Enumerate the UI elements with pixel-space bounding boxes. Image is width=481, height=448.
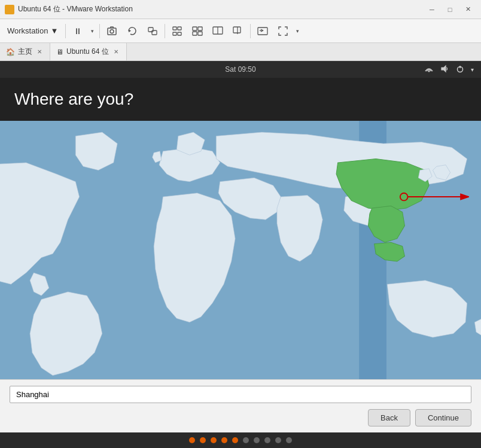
- fullscreen-dropdown[interactable]: ▾: [293, 22, 302, 40]
- console-button[interactable]: [253, 22, 272, 40]
- svg-rect-13: [198, 32, 202, 35]
- power-dropdown-arrow[interactable]: ▾: [471, 66, 474, 73]
- continue-button[interactable]: Continue: [415, 409, 471, 426]
- sound-icon: [440, 64, 449, 75]
- dropdown-arrow: ▼: [50, 26, 58, 35]
- unity-icon: [192, 26, 203, 36]
- close-button[interactable]: ✕: [459, 3, 476, 16]
- progress-dots: [0, 432, 481, 448]
- ubuntu-status-icons: ▾: [424, 64, 474, 75]
- world-map[interactable]: [0, 121, 481, 379]
- enter-fullscreen-button[interactable]: [273, 22, 293, 40]
- enter-fullscreen-icon: [278, 26, 288, 36]
- svg-marker-23: [442, 66, 446, 72]
- installer-buttons: Back Continue: [10, 409, 471, 426]
- dot-10: [286, 437, 292, 443]
- restore-icon: [127, 26, 138, 36]
- dot-9: [275, 437, 281, 443]
- title-bar-left: Ubuntu 64 位 - VMware Workstation: [5, 4, 133, 14]
- snapshot-manager-button[interactable]: [143, 22, 162, 40]
- system-time: Sat 09:50: [225, 65, 255, 74]
- installer-bottom: Back Continue: [0, 379, 481, 432]
- snapshot-manager-icon: [147, 26, 158, 36]
- tabs-bar: 🏠 主页 ✕ 🖥 Ubuntu 64 位 ✕: [0, 43, 481, 61]
- location-input[interactable]: [10, 386, 471, 403]
- installer: Where are you?: [0, 78, 481, 432]
- dot-1: [189, 437, 195, 443]
- dot-8: [264, 437, 270, 443]
- toolbar-separator-3: [165, 24, 165, 38]
- back-button[interactable]: Back: [368, 409, 410, 426]
- switch-view-button[interactable]: [208, 22, 227, 40]
- snapshot-icon: [106, 26, 117, 36]
- tab-home[interactable]: 🏠 主页 ✕: [0, 43, 50, 60]
- svg-rect-10: [193, 27, 197, 31]
- fullscreen-button[interactable]: [168, 22, 187, 40]
- window-title: Ubuntu 64 位 - VMware Workstation: [18, 4, 133, 14]
- dot-4: [221, 437, 227, 443]
- dot-5: [232, 437, 238, 443]
- tab-home-label: 主页: [18, 47, 32, 57]
- ubuntu-tab-icon: 🖥: [56, 48, 63, 56]
- svg-rect-9: [178, 32, 181, 35]
- switch-view-icon: [212, 26, 223, 36]
- svg-rect-4: [152, 31, 157, 35]
- ubuntu-top-bar: Sat 09:50 ▾: [0, 61, 481, 78]
- svg-rect-12: [193, 32, 197, 35]
- pause-btn-group: ⏸ ▾: [68, 22, 97, 40]
- enter-fullscreen-group: ▾: [273, 22, 302, 40]
- detach-icon: [233, 26, 243, 36]
- toolbar-separator-1: [65, 24, 66, 38]
- svg-rect-6: [173, 27, 176, 30]
- svg-rect-0: [108, 28, 116, 35]
- title-bar: Ubuntu 64 位 - VMware Workstation ─ □ ✕: [0, 0, 481, 19]
- tab-ubuntu-close[interactable]: ✕: [112, 48, 120, 56]
- restore-snapshot-button[interactable]: [123, 22, 142, 40]
- map-container[interactable]: [0, 121, 481, 379]
- console-icon: [257, 26, 268, 36]
- dot-7: [254, 437, 260, 443]
- workstation-label: Workstation: [7, 26, 48, 35]
- svg-rect-8: [173, 32, 176, 35]
- workstation-menu-button[interactable]: Workstation ▼: [2, 24, 63, 38]
- dot-6: [243, 437, 249, 443]
- tab-home-close[interactable]: ✕: [35, 48, 44, 56]
- toolbar-separator-4: [250, 24, 251, 38]
- pause-dropdown[interactable]: ▾: [87, 22, 97, 40]
- fullscreen-icon: [172, 26, 182, 36]
- network-icon: [424, 64, 434, 75]
- vmware-icon: [5, 5, 14, 14]
- toolbar: Workstation ▼ ⏸ ▾: [0, 19, 481, 43]
- tab-ubuntu[interactable]: 🖥 Ubuntu 64 位 ✕: [50, 43, 127, 60]
- snapshot-button[interactable]: [102, 22, 121, 40]
- dot-2: [200, 437, 206, 443]
- installer-header: Where are you?: [0, 78, 481, 121]
- svg-rect-11: [198, 27, 202, 31]
- maximize-button[interactable]: □: [442, 3, 458, 16]
- pause-button[interactable]: ⏸: [68, 22, 87, 40]
- svg-point-22: [428, 70, 430, 72]
- svg-rect-16: [233, 27, 240, 33]
- toolbar-separator-2: [99, 24, 100, 38]
- window-controls: ─ □ ✕: [424, 3, 476, 16]
- home-icon: 🏠: [6, 48, 15, 56]
- svg-rect-3: [148, 28, 153, 32]
- installer-title: Where are you?: [14, 90, 467, 109]
- power-icon[interactable]: [455, 64, 465, 75]
- svg-marker-2: [129, 29, 131, 32]
- tab-ubuntu-label: Ubuntu 64 位: [66, 47, 109, 57]
- svg-point-1: [110, 29, 114, 33]
- dot-3: [211, 437, 217, 443]
- detach-button[interactable]: [229, 22, 248, 40]
- minimize-button[interactable]: ─: [424, 3, 440, 16]
- svg-rect-7: [178, 27, 181, 30]
- vm-content: Sat 09:50 ▾ Where are you?: [0, 61, 481, 448]
- unity-button[interactable]: [188, 22, 207, 40]
